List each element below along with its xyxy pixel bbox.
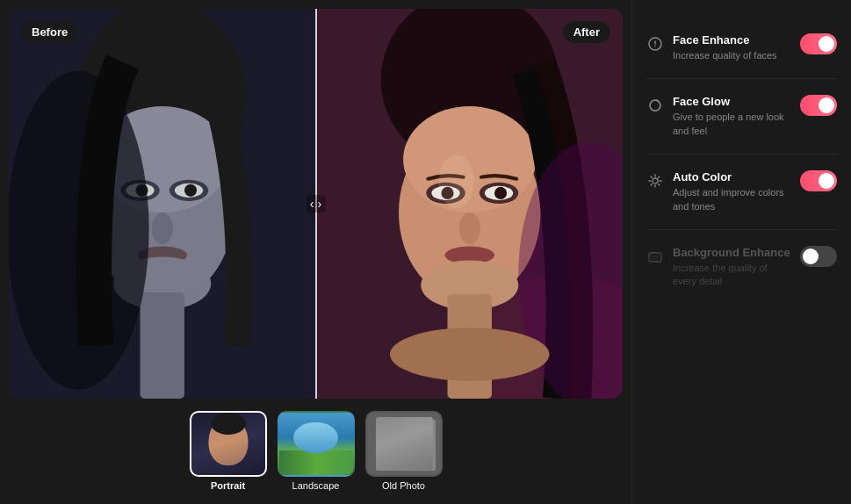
background-enhance-knob <box>803 248 819 264</box>
background-enhance-desc: Increase the quality of every detail <box>673 262 791 289</box>
after-image <box>316 9 624 399</box>
oldphoto-thumbnail-img <box>365 411 443 477</box>
svg-point-46 <box>652 252 653 254</box>
face-enhance-text: Face Enhance Increase quality of faces <box>673 33 791 62</box>
after-badge: After <box>563 21 610 43</box>
auto-color-text: Auto Color Adjust and improve colors and… <box>673 170 791 213</box>
background-enhance-text: Background Enhance Increase the quality … <box>673 246 791 289</box>
svg-point-10 <box>152 212 173 244</box>
portrait-thumbnail-img <box>190 411 267 477</box>
background-enhance-toggle[interactable] <box>800 246 837 267</box>
auto-color-title: Auto Color <box>673 170 791 184</box>
sidebar: Face Enhance Increase quality of faces F… <box>631 0 851 504</box>
svg-point-47 <box>654 252 656 254</box>
background-enhance-title: Background Enhance <box>673 246 791 259</box>
feature-face-enhance: Face Enhance Increase quality of faces <box>646 18 837 79</box>
face-glow-icon <box>646 97 664 114</box>
thumbnail-landscape[interactable]: Landscape <box>278 411 355 492</box>
svg-point-30 <box>438 155 473 209</box>
portrait-label: Portrait <box>211 480 245 491</box>
svg-point-43 <box>654 46 656 47</box>
svg-point-25 <box>494 187 507 199</box>
feature-face-glow: Face Glow Give to people a new look and … <box>646 79 837 155</box>
face-glow-toggle[interactable] <box>800 95 837 116</box>
thumbnail-portrait[interactable]: Portrait <box>190 411 267 492</box>
svg-rect-13 <box>141 292 184 399</box>
feature-background-enhance: Background Enhance Increase the quality … <box>646 230 837 305</box>
auto-color-desc: Adjust and improve colors and tones <box>673 186 791 213</box>
svg-point-26 <box>458 212 480 244</box>
svg-point-35 <box>386 430 400 448</box>
svg-point-39 <box>421 433 433 449</box>
face-enhance-title: Face Enhance <box>673 33 791 47</box>
oldphoto-label: Old Photo <box>382 480 425 491</box>
face-glow-title: Face Glow <box>673 95 791 108</box>
svg-rect-45 <box>649 253 661 262</box>
face-enhance-desc: Increase quality of faces <box>673 49 791 62</box>
svg-rect-33 <box>367 413 443 477</box>
thumbnail-strip: Portrait Landscape O <box>9 407 623 495</box>
landscape-label: Landscape <box>292 480 340 491</box>
auto-color-knob <box>819 173 834 189</box>
auto-color-icon <box>646 172 664 190</box>
svg-rect-38 <box>405 445 417 464</box>
before-image <box>9 9 316 399</box>
background-enhance-icon <box>646 248 664 265</box>
divider-handle[interactable]: ‹ › <box>307 195 325 212</box>
svg-rect-40 <box>422 447 432 463</box>
svg-rect-36 <box>388 446 399 464</box>
before-badge: Before <box>21 21 78 43</box>
face-glow-text: Face Glow Give to people a new look and … <box>673 95 791 138</box>
landscape-thumbnail-img <box>278 411 355 477</box>
face-enhance-toggle[interactable] <box>800 33 837 54</box>
svg-point-44 <box>653 178 658 184</box>
face-enhance-knob <box>819 36 834 52</box>
svg-rect-34 <box>376 420 436 471</box>
face-enhance-icon <box>646 35 664 53</box>
auto-color-toggle[interactable] <box>800 170 837 191</box>
svg-point-9 <box>184 184 197 197</box>
thumbnail-oldphoto[interactable]: Old Photo <box>365 411 443 492</box>
image-comparison: ‹ › Before After <box>9 9 623 399</box>
face-glow-desc: Give to people a new look and feel <box>673 111 791 138</box>
feature-auto-color: Auto Color Adjust and improve colors and… <box>646 155 837 230</box>
svg-point-37 <box>403 428 419 447</box>
left-arrow-icon: ‹ <box>310 197 314 211</box>
right-arrow-icon: › <box>318 197 322 211</box>
face-glow-knob <box>819 97 834 113</box>
svg-point-32 <box>389 328 549 381</box>
